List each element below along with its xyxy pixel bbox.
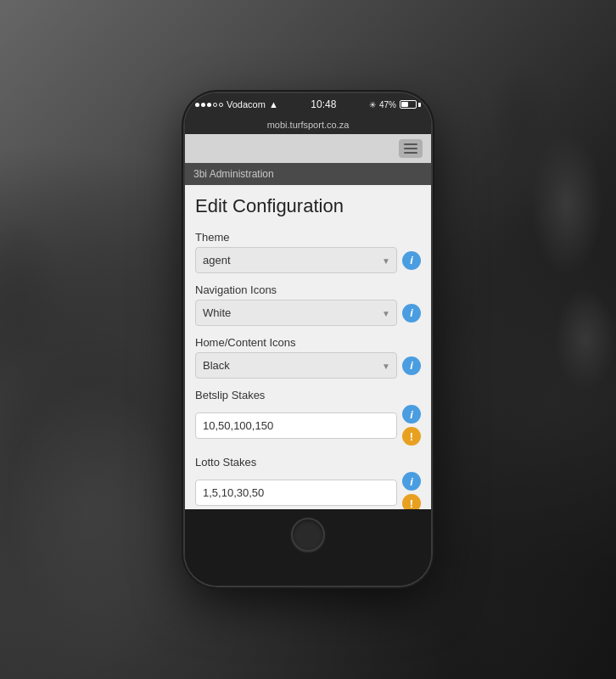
hamburger-line-1: [404, 143, 417, 145]
field-lotto-stakes: Lotto Stakes i !: [195, 456, 421, 509]
phone-mockup: Vodacom ▲ 10:48 ✳ 47% mobi.turfsport.co.…: [185, 93, 431, 586]
field-home-content-icons: Home/Content Icons Black ▼ i: [195, 336, 421, 379]
status-left: Vodacom ▲: [195, 99, 278, 109]
theme-info-icon[interactable]: i: [402, 251, 421, 270]
main-content: Edit Configuration Theme agent ▼ i Navig…: [185, 185, 431, 509]
url-bar: mobi.turfsport.co.za: [185, 115, 431, 134]
field-betslip-stakes: Betslip Stakes i !: [195, 389, 421, 446]
dot-5: [219, 103, 223, 107]
theme-label: Theme: [195, 231, 421, 244]
lotto-stakes-warning-icon[interactable]: !: [402, 494, 421, 509]
status-right: ✳ 47%: [369, 100, 421, 109]
lotto-stakes-row: i !: [195, 472, 421, 509]
app-header: 3bi Administration: [185, 163, 431, 185]
lotto-stakes-input[interactable]: [195, 480, 397, 506]
hamburger-menu-button[interactable]: [399, 139, 423, 158]
betslip-icons: i !: [402, 405, 421, 446]
home-button-area: [185, 509, 431, 560]
dot-4: [213, 103, 217, 107]
clock: 10:48: [311, 98, 336, 110]
field-navigation-icons: Navigation Icons White ▼ i: [195, 283, 421, 326]
betslip-stakes-info-icon[interactable]: i: [402, 405, 421, 424]
battery-percent: 47%: [379, 100, 396, 109]
navigation-icons-row: White ▼ i: [195, 300, 421, 326]
battery-bar: [400, 100, 417, 109]
field-theme: Theme agent ▼ i: [195, 231, 421, 273]
lotto-stakes-info-icon[interactable]: i: [402, 472, 421, 491]
dot-2: [201, 103, 205, 107]
battery-fill: [401, 102, 408, 107]
navigation-icons-info-icon[interactable]: i: [402, 304, 421, 323]
theme-select-wrapper: agent ▼: [195, 247, 397, 273]
lotto-stakes-label: Lotto Stakes: [195, 456, 421, 469]
browser-toolbar: [185, 134, 431, 163]
home-content-icons-row: Black ▼ i: [195, 352, 421, 379]
betslip-stakes-label: Betslip Stakes: [195, 389, 421, 401]
wifi-icon: ▲: [269, 99, 278, 109]
home-content-icons-label: Home/Content Icons: [195, 336, 421, 349]
navigation-icons-label: Navigation Icons: [195, 283, 421, 296]
page-title: Edit Configuration: [195, 195, 421, 217]
app-header-title: 3bi Administration: [193, 168, 274, 180]
url-text: mobi.turfsport.co.za: [267, 120, 350, 130]
signal-dots: [195, 103, 223, 107]
status-bar: Vodacom ▲ 10:48 ✳ 47%: [185, 93, 431, 115]
battery-tip: [418, 103, 421, 107]
dot-3: [207, 103, 211, 107]
navigation-icons-select-wrapper: White ▼: [195, 300, 397, 326]
betslip-stakes-warning-icon[interactable]: !: [402, 427, 421, 446]
home-content-icons-select[interactable]: Black: [195, 352, 397, 379]
bluetooth-icon: ✳: [369, 100, 376, 109]
betslip-stakes-input[interactable]: [195, 412, 397, 439]
home-content-icons-info-icon[interactable]: i: [402, 356, 421, 375]
home-content-icons-select-wrapper: Black ▼: [195, 352, 397, 379]
hamburger-line-2: [404, 148, 417, 149]
battery-indicator: [400, 100, 421, 109]
dot-1: [195, 103, 199, 107]
theme-row: agent ▼ i: [195, 247, 421, 273]
home-button[interactable]: [291, 518, 325, 552]
navigation-icons-select[interactable]: White: [195, 300, 397, 326]
phone-shell: Vodacom ▲ 10:48 ✳ 47% mobi.turfsport.co.…: [185, 93, 431, 586]
hamburger-line-3: [404, 152, 417, 154]
betslip-stakes-row: i !: [195, 405, 421, 446]
theme-select[interactable]: agent: [195, 247, 397, 273]
carrier-name: Vodacom: [227, 99, 266, 109]
lotto-icons: i !: [402, 472, 421, 509]
phone-bottom: [185, 560, 431, 586]
